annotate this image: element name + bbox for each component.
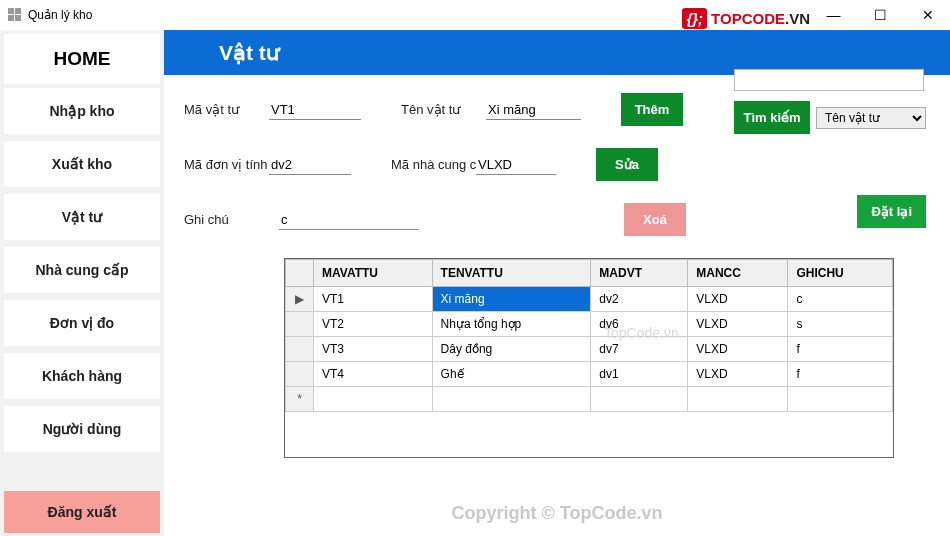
- label-madvt: Mã đơn vị tính: [184, 157, 279, 172]
- cell[interactable]: VLXD: [688, 287, 788, 312]
- sidebar-item-xuatkho[interactable]: Xuất kho: [4, 141, 160, 187]
- col-madvt[interactable]: MADVT: [591, 260, 688, 287]
- watermark: Copyright © TopCode.vn: [452, 503, 663, 524]
- reset-button[interactable]: Đặt lại: [857, 195, 926, 228]
- minimize-button[interactable]: —: [811, 1, 856, 29]
- table-row[interactable]: VT4Ghếdv1VLXDf: [286, 362, 893, 387]
- row-header: [286, 337, 314, 362]
- cell[interactable]: Xi măng: [432, 287, 591, 312]
- row-header: [286, 312, 314, 337]
- cell[interactable]: c: [788, 287, 893, 312]
- cell[interactable]: Nhựa tổng hợp: [432, 312, 591, 337]
- row-header: *: [286, 387, 314, 412]
- brand-badge-icon: {};: [682, 8, 707, 29]
- close-button[interactable]: ✕: [905, 1, 950, 29]
- sidebar-item-khachhang[interactable]: Khách hàng: [4, 353, 160, 399]
- new-row[interactable]: *: [286, 387, 893, 412]
- data-grid[interactable]: MAVATTU TENVATTU MADVT MANCC GHICHU ▶VT1…: [284, 258, 894, 458]
- cell[interactable]: VT1: [314, 287, 433, 312]
- sidebar: HOME Nhập kho Xuất kho Vật tư Nhà cung c…: [0, 30, 164, 536]
- input-mancc[interactable]: [476, 155, 556, 175]
- cell[interactable]: Ghế: [432, 362, 591, 387]
- search-input[interactable]: [734, 69, 924, 91]
- app-icon: [8, 8, 22, 22]
- cell[interactable]: dv1: [591, 362, 688, 387]
- cell[interactable]: dv6: [591, 312, 688, 337]
- sidebar-item-nguoidung[interactable]: Người dùng: [4, 406, 160, 452]
- label-ghichu: Ghi chú: [184, 212, 269, 227]
- cell[interactable]: f: [788, 362, 893, 387]
- delete-button[interactable]: Xoá: [624, 203, 686, 236]
- cell[interactable]: VLXD: [688, 362, 788, 387]
- row-header: [286, 362, 314, 387]
- add-button[interactable]: Thêm: [621, 93, 683, 126]
- cell[interactable]: dv7: [591, 337, 688, 362]
- edit-button[interactable]: Sửa: [596, 148, 658, 181]
- cell[interactable]: dv2: [591, 287, 688, 312]
- col-mavattu[interactable]: MAVATTU: [314, 260, 433, 287]
- table-row[interactable]: VT3Dây đồngdv7VLXDf: [286, 337, 893, 362]
- titlebar: Quản lý kho {}; TOPCODE.VN — ☐ ✕: [0, 0, 950, 30]
- brand-logo: {}; TOPCODE.VN: [682, 8, 810, 29]
- col-ghichu[interactable]: GHICHU: [788, 260, 893, 287]
- maximize-button[interactable]: ☐: [858, 1, 903, 29]
- sidebar-item-vattu[interactable]: Vật tư: [4, 194, 160, 240]
- input-tenvattu[interactable]: [486, 100, 581, 120]
- cell[interactable]: [688, 387, 788, 412]
- row-header: ▶: [286, 287, 314, 312]
- cell[interactable]: [314, 387, 433, 412]
- grid-corner: [286, 260, 314, 287]
- logout-button[interactable]: Đăng xuất: [4, 491, 160, 533]
- sidebar-item-nhapkho[interactable]: Nhập kho: [4, 88, 160, 134]
- cell[interactable]: [788, 387, 893, 412]
- cell[interactable]: VLXD: [688, 337, 788, 362]
- cell[interactable]: [432, 387, 591, 412]
- input-madvt[interactable]: [269, 155, 351, 175]
- input-ghichu[interactable]: [279, 210, 419, 230]
- cell[interactable]: [591, 387, 688, 412]
- label-mavattu: Mã vật tư: [184, 102, 269, 117]
- input-mavattu[interactable]: [269, 100, 361, 120]
- home-header: HOME: [4, 34, 160, 84]
- label-tenvattu: Tên vật tư: [401, 102, 486, 117]
- window-title: Quản lý kho: [28, 8, 92, 22]
- sidebar-item-donvido[interactable]: Đơn vị đo: [4, 300, 160, 346]
- cell[interactable]: VT2: [314, 312, 433, 337]
- search-filter-select[interactable]: Tên vật tư: [816, 107, 926, 129]
- col-mancc[interactable]: MANCC: [688, 260, 788, 287]
- table-row[interactable]: ▶VT1Xi măngdv2VLXDc: [286, 287, 893, 312]
- table-row[interactable]: VT2Nhựa tổng hợpdv6VLXDs: [286, 312, 893, 337]
- search-button[interactable]: Tìm kiếm: [734, 101, 810, 134]
- cell[interactable]: Dây đồng: [432, 337, 591, 362]
- cell[interactable]: VT4: [314, 362, 433, 387]
- main-panel: Vật tư Mã vật tư Tên vật tư Thêm Mã đơn …: [164, 30, 950, 536]
- cell[interactable]: f: [788, 337, 893, 362]
- cell[interactable]: VLXD: [688, 312, 788, 337]
- sidebar-item-nhacungcap[interactable]: Nhà cung cấp: [4, 247, 160, 293]
- col-tenvattu[interactable]: TENVATTU: [432, 260, 591, 287]
- cell[interactable]: s: [788, 312, 893, 337]
- cell[interactable]: VT3: [314, 337, 433, 362]
